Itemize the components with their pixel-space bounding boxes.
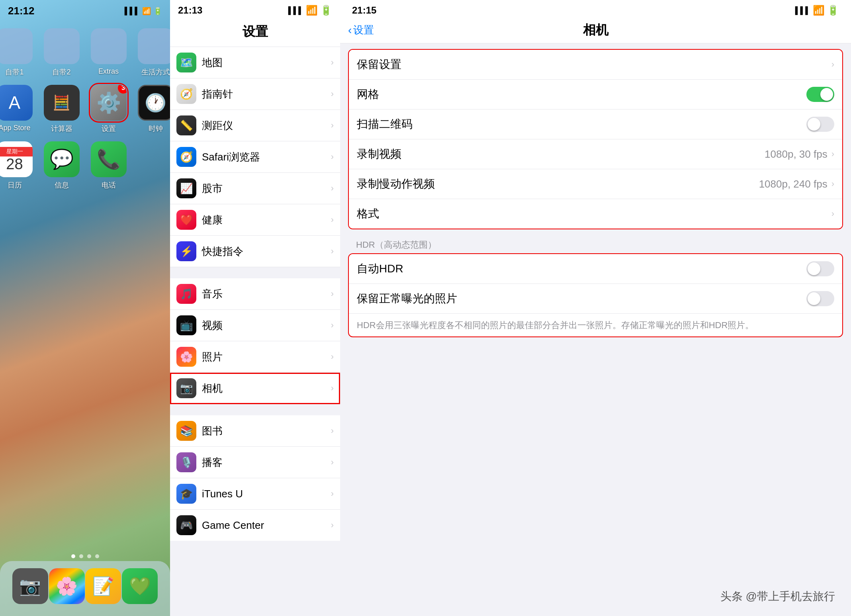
app-wrapper-appstore[interactable]: A App Store	[0, 85, 33, 133]
camera-row-slowmo[interactable]: 录制慢动作视频 1080p, 240 fps ›	[349, 169, 842, 199]
shortcuts-icon: ⚡	[176, 241, 196, 261]
app-label-messages: 信息	[55, 180, 69, 190]
normal-exposure-toggle[interactable]	[806, 291, 834, 306]
toggle-knob-qr	[808, 118, 820, 131]
settings-row-maps[interactable]: 🗺️ 地图 ›	[170, 47, 340, 78]
safari-chevron: ›	[331, 152, 334, 162]
messages-icon[interactable]: 💬	[44, 141, 80, 177]
battery-icon: 🔋	[320, 5, 332, 16]
qrcode-toggle[interactable]	[806, 117, 834, 132]
itunes-chevron: ›	[331, 489, 334, 499]
hdr-description: HDR会用三张曝光程度各不相同的照片的最佳部分合并出一张照片。存储正常曝光的照片…	[349, 314, 842, 336]
app-wrapper-calculator[interactable]: 🧮 计算器	[44, 85, 80, 133]
app-wrapper-messages[interactable]: 💬 信息	[44, 141, 80, 190]
calendar-icon[interactable]: 星期一 28	[0, 141, 33, 177]
app-label-settings: 设置	[102, 124, 116, 133]
gamecenter-icon: 🎮	[176, 515, 196, 535]
settings-row-compass[interactable]: 🧭 指南针 ›	[170, 78, 340, 110]
settings-row-stocks[interactable]: 📈 股市 ›	[170, 173, 340, 204]
folder-icon-zidai2[interactable]	[44, 28, 80, 64]
format-chevron: ›	[831, 209, 834, 219]
app-wrapper-calendar[interactable]: 星期一 28 日历	[0, 141, 33, 190]
settings-row-music[interactable]: 🎵 音乐 ›	[170, 278, 340, 310]
appstore-icon[interactable]: A	[0, 85, 33, 121]
music-chevron: ›	[331, 289, 334, 299]
camera-row-normal-exposure[interactable]: 保留正常曝光的照片	[349, 284, 842, 314]
camera-slowmo-value: 1080p, 240 fps	[759, 178, 828, 190]
dock-app-camera[interactable]: 📷	[12, 568, 48, 604]
toggle-knob-autohdr	[808, 262, 820, 275]
camera-row-auto-hdr[interactable]: 自动HDR	[349, 254, 842, 284]
folder-icon-lifestyle[interactable]	[138, 28, 170, 64]
app-label-calculator: 计算器	[51, 124, 72, 133]
dock-app-wechat[interactable]: 💚	[122, 568, 158, 604]
camera-video-value: 1080p, 30 fps	[765, 148, 828, 160]
app-label-extras: Extras	[98, 67, 119, 76]
settings-label-stocks: 股市	[202, 182, 325, 196]
tv-chevron: ›	[331, 320, 334, 330]
app-label-lifestyle: 生活方式	[141, 67, 170, 77]
phone-icon[interactable]: 📞	[91, 141, 127, 177]
app-wrapper-phone[interactable]: 📞 电话	[91, 141, 127, 190]
camera-back-button[interactable]: ‹ 设置	[348, 23, 374, 37]
dock-photos-icon[interactable]: 🌸	[49, 568, 85, 604]
camera-row-qrcode[interactable]: 扫描二维码	[349, 110, 842, 139]
app-wrapper-extras[interactable]: Extras	[91, 28, 127, 77]
back-label: 设置	[353, 23, 374, 37]
dock-camera-icon[interactable]: 📷	[12, 568, 48, 604]
settings-row-camera[interactable]: 📷 相机 ›	[170, 373, 340, 404]
settings-row-photos[interactable]: 🌸 照片 ›	[170, 341, 340, 373]
settings-row-shortcuts[interactable]: ⚡ 快捷指令 ›	[170, 236, 340, 267]
camera-settings-icon: 📷	[176, 378, 196, 398]
camera-row-preserve[interactable]: 保留设置 ›	[349, 50, 842, 80]
grid-toggle[interactable]	[806, 87, 834, 102]
home-screen-panel: 21:12 ▌▌▌ 📶 🔋 自带1	[0, 0, 170, 616]
settings-label-books: 图书	[202, 424, 325, 438]
clock-icon[interactable]: 🕐	[138, 85, 170, 121]
app-label-zidai1: 自带1	[5, 67, 23, 77]
camera-status-icons: ▌▌▌ 📶 🔋	[795, 5, 839, 16]
settings-icon[interactable]: ⚙️ 3	[91, 85, 127, 121]
camera-main-section: 保留设置 › 网格 扫描二维码 录制视频 1080p, 30 fps	[348, 49, 843, 229]
dock-app-notes[interactable]: 📝	[85, 568, 121, 604]
books-icon: 📚	[176, 421, 196, 441]
camera-row-grid[interactable]: 网格	[349, 80, 842, 110]
camera-status-time: 21:15	[352, 5, 376, 16]
camera-label-normal-exposure: 保留正常曝光的照片	[357, 291, 806, 306]
app-wrapper-lifestyle[interactable]: 生活方式	[138, 28, 170, 77]
settings-row-books[interactable]: 📚 图书 ›	[170, 415, 340, 447]
app-wrapper-settings[interactable]: ⚙️ 3 设置	[91, 85, 127, 133]
settings-row-safari[interactable]: 🧭 Safari浏览器 ›	[170, 141, 340, 173]
settings-row-measure[interactable]: 📏 测距仪 ›	[170, 110, 340, 141]
health-chevron: ›	[331, 215, 334, 225]
wifi-icon: 📶	[813, 5, 825, 16]
settings-label-tv: 视频	[202, 319, 325, 332]
camera-row-video[interactable]: 录制视频 1080p, 30 fps ›	[349, 139, 842, 169]
dock-notes-icon[interactable]: 📝	[85, 568, 121, 604]
photos-chevron: ›	[331, 352, 334, 362]
settings-row-itunes[interactable]: 🎓 iTunes U ›	[170, 478, 340, 510]
folder-icon-extras[interactable]	[91, 28, 127, 64]
settings-label-itunes: iTunes U	[202, 488, 325, 500]
health-icon: ❤️	[176, 210, 196, 230]
dock-app-photos[interactable]: 🌸	[49, 568, 85, 604]
settings-row-health[interactable]: ❤️ 健康 ›	[170, 204, 340, 236]
camera-row-format[interactable]: 格式 ›	[349, 199, 842, 229]
settings-status-bar: 21:13 ▌▌▌ 📶 🔋	[170, 0, 340, 19]
app-wrapper-zidai2[interactable]: 自带2	[44, 28, 80, 77]
settings-label-safari: Safari浏览器	[202, 150, 325, 164]
app-wrapper-clock[interactable]: 🕐 时钟	[138, 85, 170, 133]
folder-icon-zidai1[interactable]	[0, 28, 33, 64]
settings-row-podcasts[interactable]: 🎙️ 播客 ›	[170, 447, 340, 478]
app-wrapper-zidai1[interactable]: 自带1	[0, 28, 33, 77]
auto-hdr-toggle[interactable]	[806, 261, 834, 276]
dock-wechat-icon[interactable]: 💚	[122, 568, 158, 604]
calculator-icon[interactable]: 🧮	[44, 85, 80, 121]
safari-icon: 🧭	[176, 147, 196, 167]
settings-label-photos: 照片	[202, 350, 325, 364]
settings-row-gamecenter[interactable]: 🎮 Game Center ›	[170, 510, 340, 541]
battery-icon: 🔋	[153, 7, 162, 16]
page-dot-4	[95, 554, 99, 558]
settings-row-tv[interactable]: 📺 视频 ›	[170, 310, 340, 341]
app-label-appstore: App Store	[0, 124, 31, 132]
